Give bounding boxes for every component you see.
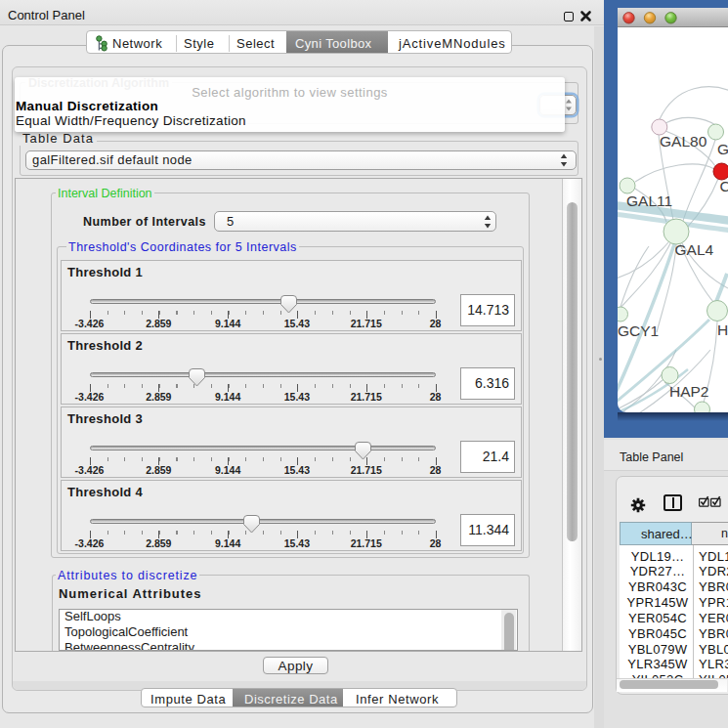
svg-text:GA: GA: [717, 141, 728, 157]
svg-text:GAL80: GAL80: [660, 133, 707, 150]
svg-text:GAL11: GAL11: [626, 193, 672, 209]
svg-text:HAP2: HAP2: [669, 383, 709, 400]
svg-text:GCY1: GCY1: [618, 322, 659, 339]
svg-text:C: C: [720, 178, 728, 194]
svg-text:GAL4: GAL4: [675, 241, 714, 258]
svg-text:H: H: [717, 321, 728, 338]
